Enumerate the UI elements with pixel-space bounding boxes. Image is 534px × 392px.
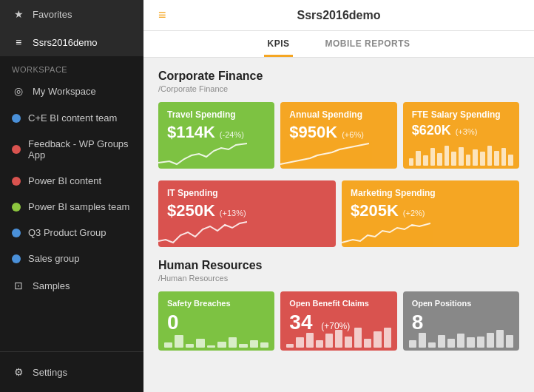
bar-chart — [286, 322, 391, 348]
sidebar-item-feedback-wp[interactable]: Feedback - WP Groups App — [0, 131, 143, 168]
kpi-value-row: $950K (+6%) — [289, 123, 388, 142]
bar — [250, 340, 258, 348]
sidebar-item-label: Feedback - WP Groups App — [28, 138, 132, 160]
corporate-kpi-grid-row2: IT Spending $250K (+13%) Marketing Spend… — [158, 180, 519, 247]
bar — [196, 339, 204, 348]
kpi-it-spending[interactable]: IT Spending $250K (+13%) — [158, 180, 336, 247]
hamburger-menu-icon[interactable]: ≡ — [158, 7, 166, 23]
kpi-value: $950K — [289, 123, 337, 142]
sidebar-item-ssrs2016demo[interactable]: ≡ Ssrs2016demo — [0, 28, 143, 56]
settings-icon: ⚙ — [12, 365, 25, 379]
workspace-section-label: Workspace — [0, 56, 143, 77]
kpi-open-positions[interactable]: Open Positions 8 — [403, 291, 519, 351]
sparkline-chart — [158, 141, 247, 169]
sidebar-item-label: Favorites — [33, 9, 72, 20]
group-dot-icon — [12, 229, 21, 237]
bar — [451, 152, 456, 166]
kpi-title: FTE Salary Spending — [412, 109, 510, 120]
bar — [306, 333, 314, 348]
bar — [437, 153, 442, 166]
bar — [207, 345, 215, 348]
tab-mobile-reports[interactable]: MOBILE REPORTS — [322, 31, 413, 57]
hr-kpi-title: Safety Breaches — [167, 299, 266, 308]
kpi-marketing-spending[interactable]: Marketing Spending $205K (+2%) — [342, 180, 519, 247]
bar — [186, 344, 194, 348]
kpi-change: (+6%) — [342, 130, 364, 139]
hr-subtitle: /Human Resources — [158, 274, 519, 283]
bar — [457, 334, 464, 348]
bar — [239, 344, 247, 348]
workspace-icon: ◎ — [12, 84, 25, 98]
hr-kpi-title: Open Positions — [412, 299, 510, 308]
kpi-value: $250K — [167, 201, 215, 220]
kpi-fte-salary[interactable]: FTE Salary Spending $620K (+3%) — [403, 102, 519, 169]
bar — [477, 337, 484, 348]
bar — [501, 148, 507, 166]
bar — [164, 342, 172, 348]
bar — [438, 335, 445, 348]
tab-kpis[interactable]: KPIS — [264, 31, 292, 57]
group-dot-icon — [12, 203, 21, 212]
tabs-bar: KPIS MOBILE REPORTS — [143, 31, 534, 58]
kpi-open-benefit-claims[interactable]: Open Benefit Claims 34 (+70%) — [280, 291, 396, 351]
content-area: Corporate Finance /Corporate Finance Tra… — [143, 58, 534, 362]
sidebar-item-settings[interactable]: ⚙ Settings — [0, 358, 143, 386]
sidebar-item-ce-bi[interactable]: C+E BI content team — [0, 105, 143, 131]
bar — [409, 158, 414, 166]
bar — [286, 344, 294, 348]
kpi-value: $114K — [167, 123, 215, 142]
bar — [364, 339, 371, 348]
sidebar-item-power-bi-samples[interactable]: Power BI samples team — [0, 194, 143, 220]
bar — [494, 151, 499, 166]
sidebar-item-label: Q3 Product Group — [28, 227, 107, 238]
bar — [409, 340, 416, 348]
bar — [480, 152, 485, 166]
sidebar-item-my-workspace[interactable]: ◎ My Workspace — [0, 77, 143, 105]
hr-kpi-grid: Safety Breaches 0 — [158, 291, 519, 351]
corporate-finance-section: Corporate Finance /Corporate Finance Tra… — [158, 70, 519, 247]
kpi-annual-spending[interactable]: Annual Spending $950K (+6%) — [280, 102, 396, 169]
sidebar-item-favorites[interactable]: ★ Favorites — [0, 0, 143, 28]
kpi-value-row: $205K (+2%) — [351, 201, 510, 220]
bar — [335, 330, 342, 348]
human-resources-section: Human Resources /Human Resources Safety … — [158, 259, 519, 351]
sidebar-item-label: C+E BI content team — [28, 112, 117, 124]
sidebar-bottom: ⚙ Settings — [0, 351, 143, 392]
bar — [487, 146, 493, 166]
star-icon: ★ — [12, 7, 25, 21]
bar — [296, 337, 303, 348]
bar — [419, 333, 426, 348]
sidebar-item-label: Power BI content — [28, 175, 101, 186]
kpi-value: $620K — [412, 123, 451, 138]
bar-chart — [409, 141, 513, 166]
bar — [229, 337, 237, 348]
sidebar-item-sales-group[interactable]: Sales group — [0, 246, 143, 271]
kpi-safety-breaches[interactable]: Safety Breaches 0 — [158, 291, 274, 351]
list-icon: ≡ — [12, 36, 25, 49]
bar — [466, 155, 471, 166]
bar — [467, 337, 474, 348]
kpi-change: (+3%) — [456, 127, 478, 136]
header-title: Ssrs2016demo — [297, 9, 381, 22]
kpi-change: (-24%) — [220, 130, 244, 139]
corporate-kpi-grid: Travel Spending $114K (-24%) Annual Spen… — [158, 102, 519, 169]
kpi-value: $205K — [351, 201, 399, 220]
sparkline-chart — [280, 141, 369, 169]
group-dot-icon — [12, 254, 21, 263]
sidebar-item-label: Power BI samples team — [28, 201, 129, 212]
bar — [316, 340, 323, 348]
bar — [416, 151, 421, 166]
bar — [354, 328, 362, 348]
sidebar-item-label: Ssrs2016demo — [33, 37, 97, 48]
sidebar-item-power-bi-content[interactable]: Power BI content — [0, 168, 143, 194]
kpi-change: (+13%) — [220, 209, 246, 217]
bar — [473, 149, 478, 166]
bar — [506, 335, 513, 348]
sidebar-item-q3-product[interactable]: Q3 Product Group — [0, 220, 143, 246]
sidebar-item-samples[interactable]: ⊡ Samples — [0, 271, 143, 300]
kpi-change: (+2%) — [403, 209, 425, 217]
bar — [345, 337, 352, 348]
kpi-travel-spending[interactable]: Travel Spending $114K (-24%) — [158, 102, 274, 169]
bar — [175, 335, 183, 348]
bar — [459, 147, 464, 166]
